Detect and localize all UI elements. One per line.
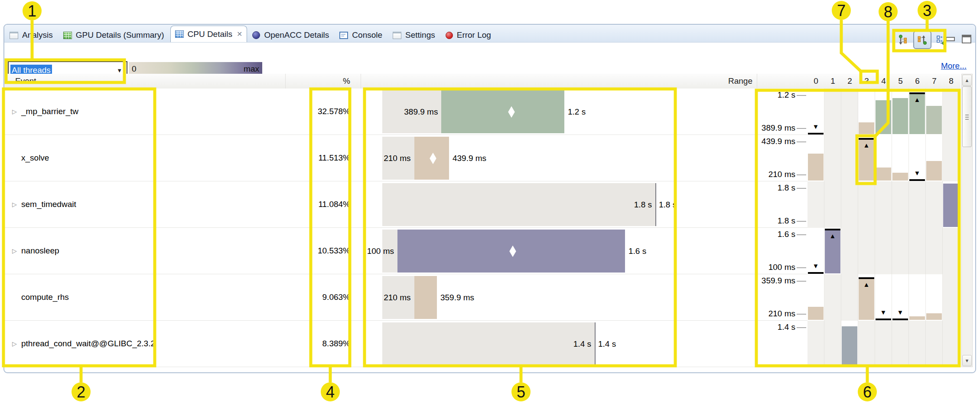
hist-cell-thread-0[interactable] bbox=[807, 181, 824, 228]
vertical-scrollbar[interactable]: ▲ ▼ bbox=[961, 74, 973, 367]
thread-column-header-7[interactable]: 7 bbox=[926, 74, 943, 88]
hist-cell-thread-3[interactable] bbox=[858, 181, 875, 228]
hist-cell-thread-0[interactable] bbox=[807, 321, 824, 367]
hist-cell-thread-4[interactable] bbox=[875, 228, 892, 274]
hist-cell-thread-5[interactable] bbox=[892, 181, 909, 228]
hist-cell-thread-2[interactable] bbox=[841, 274, 858, 321]
hist-cell-thread-7[interactable] bbox=[926, 321, 943, 367]
hist-bar bbox=[926, 106, 942, 134]
column-header-percent[interactable]: % bbox=[283, 74, 350, 88]
hist-cell-thread-3[interactable] bbox=[858, 228, 875, 274]
hist-cell-thread-2[interactable] bbox=[841, 181, 858, 228]
hist-cell-thread-8[interactable] bbox=[943, 321, 960, 367]
scrollbar-thumb[interactable] bbox=[962, 86, 972, 147]
hist-cell-thread-2[interactable] bbox=[841, 321, 858, 367]
expander-icon[interactable]: ▷ bbox=[12, 247, 17, 254]
thread-column-header-1[interactable]: 1 bbox=[824, 74, 841, 88]
hist-cell-thread-4[interactable] bbox=[875, 181, 892, 228]
table-row-nanosleep[interactable]: ▷nanosleep10.533%100 ms1.6 s1.6 s100 ms▼… bbox=[4, 228, 960, 274]
hist-cell-thread-8[interactable] bbox=[943, 89, 960, 135]
thread-column-header-3[interactable]: 3 bbox=[858, 74, 875, 88]
hist-cell-thread-7[interactable] bbox=[926, 274, 943, 321]
hist-cell-thread-4[interactable] bbox=[875, 135, 892, 181]
thread-column-header-2[interactable]: 2 bbox=[841, 74, 858, 88]
hist-cell-thread-7[interactable] bbox=[926, 89, 943, 135]
tab-gpu-details-summary[interactable]: GPU Details (Summary) bbox=[59, 28, 169, 42]
tab-cpu-details[interactable]: CPU Details✕ bbox=[170, 26, 247, 42]
hist-cell-thread-5[interactable] bbox=[892, 89, 909, 135]
hist-cell-thread-0[interactable] bbox=[807, 135, 824, 181]
table-row-pthread-cond-wait-glibc-2-3-2[interactable]: ▷pthread_cond_wait@@GLIBC_2.3.28.389%1.4… bbox=[4, 321, 960, 367]
thread-column-header-0[interactable]: 0 bbox=[807, 74, 824, 88]
hist-cell-thread-3[interactable]: ▲ bbox=[858, 274, 875, 321]
hist-cell-thread-6[interactable]: ▼ bbox=[909, 135, 926, 181]
hist-cell-thread-1[interactable] bbox=[824, 135, 841, 181]
hist-cell-thread-2[interactable] bbox=[841, 135, 858, 181]
hist-cell-thread-7[interactable] bbox=[926, 228, 943, 274]
range-minmax-bar bbox=[414, 276, 437, 319]
tick-dash-icon bbox=[797, 267, 806, 268]
hist-cell-thread-6[interactable] bbox=[909, 181, 926, 228]
hist-cell-thread-2[interactable] bbox=[841, 89, 858, 135]
hist-cell-thread-0[interactable]: ▼ bbox=[807, 89, 824, 135]
tab-openacc-details[interactable]: OpenACC Details bbox=[248, 28, 334, 42]
minimize-button[interactable] bbox=[944, 34, 956, 44]
more-link[interactable]: More... bbox=[928, 61, 967, 71]
hist-cell-thread-3[interactable] bbox=[858, 89, 875, 135]
table-row-compute-rhs[interactable]: compute_rhs9.063%210 ms359.9 ms359.9 ms2… bbox=[4, 274, 960, 321]
hist-cell-thread-5[interactable] bbox=[892, 321, 909, 367]
thread-column-header-8[interactable]: 8 bbox=[943, 74, 960, 88]
hist-cell-thread-8[interactable] bbox=[943, 135, 960, 181]
hist-cell-thread-5[interactable] bbox=[892, 135, 909, 181]
hist-cell-thread-5[interactable]: ▼ bbox=[892, 274, 909, 321]
maximize-button[interactable] bbox=[960, 34, 973, 44]
event-name: _mp_barrier_tw bbox=[21, 107, 78, 116]
bottom-up-call-tree-button[interactable] bbox=[913, 31, 931, 49]
callout-circle-3 bbox=[918, 1, 937, 20]
hist-cell-thread-1[interactable]: ▲ bbox=[824, 228, 841, 274]
hist-cell-thread-6[interactable] bbox=[909, 321, 926, 367]
expander-icon[interactable]: ▷ bbox=[12, 340, 17, 347]
scroll-up-button[interactable]: ▲ bbox=[962, 75, 972, 86]
hist-cell-thread-6[interactable]: ▲ bbox=[909, 89, 926, 135]
hist-cell-thread-4[interactable] bbox=[875, 321, 892, 367]
hist-cell-thread-7[interactable] bbox=[926, 135, 943, 181]
hist-cell-thread-0[interactable]: ▼ bbox=[807, 228, 824, 274]
hist-cell-thread-6[interactable] bbox=[909, 228, 926, 274]
column-header-range[interactable]: Range bbox=[624, 74, 752, 88]
tab-label: OpenACC Details bbox=[264, 30, 329, 40]
hist-cell-thread-1[interactable] bbox=[824, 321, 841, 367]
hist-cell-thread-4[interactable] bbox=[875, 89, 892, 135]
column-header-event[interactable]: Event bbox=[15, 74, 36, 88]
thread-column-header-4[interactable]: 4 bbox=[875, 74, 892, 88]
hist-cell-thread-8[interactable] bbox=[943, 274, 960, 321]
thread-column-header-6[interactable]: 6 bbox=[909, 74, 926, 88]
table-row-sem-timedwait[interactable]: ▷sem_timedwait11.084%1.8 s1.8 s1.8 s1.8 … bbox=[4, 181, 960, 228]
hist-cell-thread-2[interactable] bbox=[841, 228, 858, 274]
scroll-down-button[interactable]: ▼ bbox=[962, 355, 972, 366]
hist-cell-thread-3[interactable]: ▲ bbox=[858, 135, 875, 181]
hist-cell-thread-3[interactable] bbox=[858, 321, 875, 367]
hist-cell-thread-8[interactable] bbox=[943, 181, 960, 228]
expander-icon[interactable]: ▷ bbox=[12, 108, 17, 115]
thread-column-header-5[interactable]: 5 bbox=[892, 74, 909, 88]
tab-settings[interactable]: Settings bbox=[388, 28, 440, 42]
table-row-x-solve[interactable]: x_solve11.513%210 ms439.9 ms439.9 ms210 … bbox=[4, 135, 960, 181]
hist-cell-thread-6[interactable] bbox=[909, 274, 926, 321]
hist-cell-thread-1[interactable] bbox=[824, 274, 841, 321]
hist-cell-thread-4[interactable]: ▼ bbox=[875, 274, 892, 321]
hist-cell-thread-7[interactable] bbox=[926, 181, 943, 228]
table-row--mp-barrier-tw[interactable]: ▷_mp_barrier_tw32.578%389.9 ms1.2 s1.2 s… bbox=[4, 89, 960, 135]
tab-analysis[interactable]: Analysis bbox=[5, 28, 58, 42]
top-down-call-tree-button[interactable] bbox=[895, 32, 912, 48]
hist-cell-thread-5[interactable] bbox=[892, 228, 909, 274]
expander-icon[interactable]: ▷ bbox=[12, 201, 17, 208]
hist-scale-top-label: 1.2 s bbox=[754, 90, 806, 100]
hist-cell-thread-1[interactable] bbox=[824, 89, 841, 135]
hist-cell-thread-8[interactable] bbox=[943, 228, 960, 274]
tab-error-log[interactable]: Error Log bbox=[441, 28, 496, 42]
hist-cell-thread-1[interactable] bbox=[824, 181, 841, 228]
tab-console[interactable]: Console bbox=[335, 28, 387, 42]
hist-cell-thread-0[interactable] bbox=[807, 274, 824, 321]
close-tab-icon[interactable]: ✕ bbox=[237, 30, 242, 38]
